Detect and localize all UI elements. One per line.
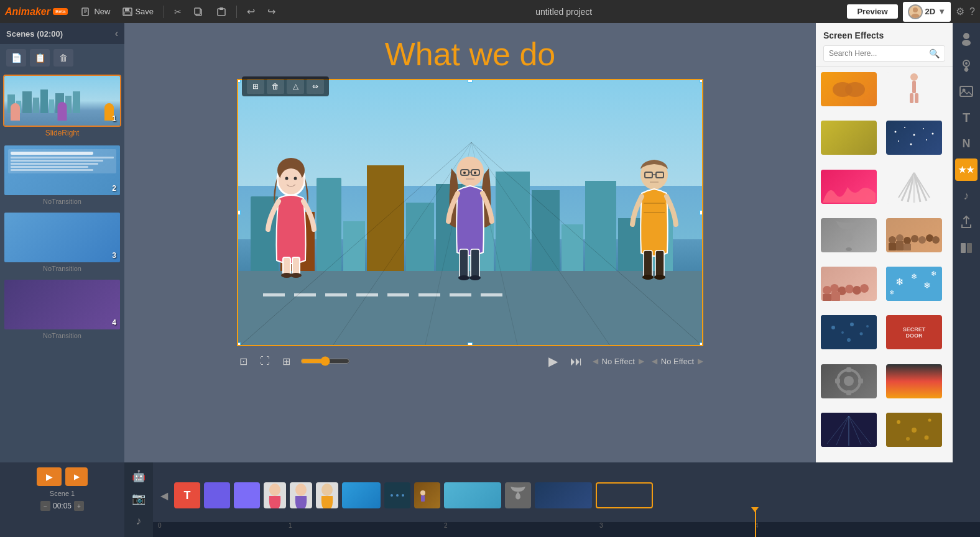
effect-thumb-14[interactable] — [886, 364, 942, 398]
canvas-stage[interactable] — [237, 79, 703, 346]
timeline-camera-button[interactable]: 📷 — [129, 490, 149, 507]
paste-button[interactable] — [211, 6, 231, 18]
effects-sidebar-button[interactable]: ★★ — [955, 158, 978, 181]
timeline-track-char3[interactable] — [316, 482, 338, 508]
effect-thumb-1[interactable] — [821, 72, 877, 106]
character-center[interactable] — [436, 144, 504, 287]
redo-button[interactable]: ↪ — [262, 4, 280, 19]
effect-thumb-11[interactable] — [821, 315, 877, 349]
preview-button[interactable]: Preview — [847, 4, 897, 19]
zoom-slider[interactable] — [300, 356, 350, 366]
effect-thumb-7[interactable] — [821, 218, 877, 252]
save-button[interactable]: Save — [118, 5, 159, 18]
effect1-prev-button[interactable]: ◀ — [593, 357, 598, 365]
scene-thumb-4[interactable]: 4 — [3, 278, 121, 331]
time-increase-button[interactable]: + — [74, 501, 84, 511]
upload-sidebar-button[interactable] — [955, 211, 978, 233]
effect-thumb-10[interactable]: ❄ ❄ ❄ ❄ ❄ — [886, 267, 942, 301]
search-input[interactable] — [829, 49, 929, 58]
play-all-button[interactable]: ▶ — [37, 467, 62, 486]
cut-button[interactable]: ✂ — [169, 5, 187, 19]
images-sidebar-button[interactable] — [955, 80, 978, 103]
copy-icon — [194, 7, 204, 16]
undo-button[interactable]: ↩ — [242, 4, 260, 19]
effect-thumb-4[interactable] — [886, 121, 942, 155]
scene-item-2[interactable]: 2 NoTransition — [3, 144, 121, 206]
svg-point-120 — [925, 435, 929, 439]
timeline-track-dark[interactable] — [384, 482, 410, 508]
scene-thumb-3[interactable]: 3 — [3, 211, 121, 264]
effect-thumb-9[interactable] — [821, 267, 877, 301]
timeline-track-text[interactable]: T — [174, 482, 200, 508]
transform-button[interactable]: ⇔ — [307, 79, 324, 94]
timeline-track-char1[interactable] — [264, 482, 286, 508]
svg-point-82 — [823, 286, 831, 295]
flip-button[interactable]: △ — [287, 79, 304, 94]
music-sidebar-button[interactable]: ♪ — [955, 185, 978, 207]
timeline-track-purple2[interactable] — [234, 482, 260, 508]
effect-thumb-12[interactable]: SECRETDOOR — [886, 315, 942, 349]
effect1-next-button[interactable]: ▶ — [639, 357, 644, 365]
brand: Animaker Beta — [5, 6, 68, 17]
mode-selector[interactable]: 2D ▼ — [903, 2, 951, 22]
timeline-bot-1[interactable]: 🤖 — [129, 467, 149, 485]
add-scene-button[interactable]: 📄 — [6, 49, 26, 67]
new-button[interactable]: New — [76, 5, 115, 18]
timeline-prev-button[interactable]: ◀ — [158, 490, 170, 502]
scene-item-4[interactable]: 4 NoTransition — [3, 278, 121, 341]
settings-icon[interactable]: ⚙ — [956, 6, 964, 17]
effect2-prev-button[interactable]: ◀ — [652, 357, 657, 365]
timeline-track-twirl[interactable] — [505, 482, 531, 508]
effect-thumb-2[interactable] — [886, 72, 942, 106]
timeline-music-button[interactable]: ♪ — [129, 512, 149, 530]
effect-thumb-16[interactable] — [886, 413, 942, 447]
svg-rect-89 — [831, 292, 840, 301]
timeline-track-scene[interactable] — [414, 482, 440, 508]
effect2-next-button[interactable]: ▶ — [698, 357, 703, 365]
effect-thumb-15[interactable] — [821, 413, 877, 447]
grid-tool-button[interactable]: ⊞ — [247, 79, 264, 94]
svg-point-21 — [280, 168, 302, 193]
effect-thumb-13[interactable] — [821, 364, 877, 398]
text-sidebar-button[interactable]: T — [955, 106, 978, 129]
fit-screen-button[interactable]: ⊡ — [237, 353, 250, 370]
help-icon[interactable]: ? — [969, 6, 975, 17]
locations-sidebar-button[interactable] — [955, 54, 978, 76]
time-decrease-button[interactable]: − — [40, 501, 50, 511]
play-scene-button[interactable]: ▶ — [65, 467, 88, 486]
duplicate-scene-button[interactable]: 📋 — [30, 49, 50, 67]
topbar: Animaker Beta New Save ✂ — [0, 0, 980, 23]
character-right[interactable] — [620, 147, 688, 284]
characters-sidebar-button[interactable] — [955, 28, 978, 50]
scenes-collapse-button[interactable]: ‹ — [115, 28, 118, 39]
effect-thumb-6[interactable] — [886, 170, 942, 204]
timeline-track-purple1[interactable] — [204, 482, 230, 508]
svg-point-99 — [850, 323, 854, 326]
timeline-track-empty[interactable] — [596, 482, 653, 508]
scene-thumb-2[interactable]: 2 — [3, 144, 121, 196]
transition-sidebar-button[interactable] — [955, 237, 978, 259]
play-preview-button[interactable]: ▶ — [546, 351, 560, 371]
delete-scene-button[interactable]: 🗑 — [53, 49, 73, 67]
svg-point-129 — [269, 484, 280, 496]
timeline-track-navy[interactable] — [535, 482, 592, 508]
scene-item-1[interactable]: 1 SlideRight — [3, 75, 121, 139]
svg-rect-24 — [283, 257, 290, 275]
titles-sidebar-button[interactable]: N — [955, 132, 978, 155]
fullscreen-button[interactable]: ⛶ — [257, 353, 272, 369]
timeline-track-blue[interactable] — [444, 482, 501, 508]
grid-view-button[interactable]: ⊞ — [280, 353, 293, 370]
timeline-track-scene-bg[interactable] — [342, 482, 381, 508]
effect-thumb-3[interactable] — [821, 121, 877, 155]
character-left[interactable] — [257, 149, 325, 279]
search-box: 🔍 — [823, 45, 945, 62]
delete-element-button[interactable]: 🗑 — [267, 79, 284, 94]
effect-thumb-5[interactable] — [821, 170, 877, 204]
timeline-track-char2[interactable] — [290, 482, 312, 508]
scene-item-3[interactable]: 3 NoTransition — [3, 211, 121, 273]
skip-forward-button[interactable]: ⏭ — [568, 352, 585, 371]
right-sidebar: T N ★★ ♪ — [953, 23, 980, 462]
copy-button[interactable] — [189, 6, 209, 18]
scene-thumb-1[interactable]: 1 — [3, 75, 121, 127]
effect-thumb-8[interactable] — [886, 218, 942, 252]
